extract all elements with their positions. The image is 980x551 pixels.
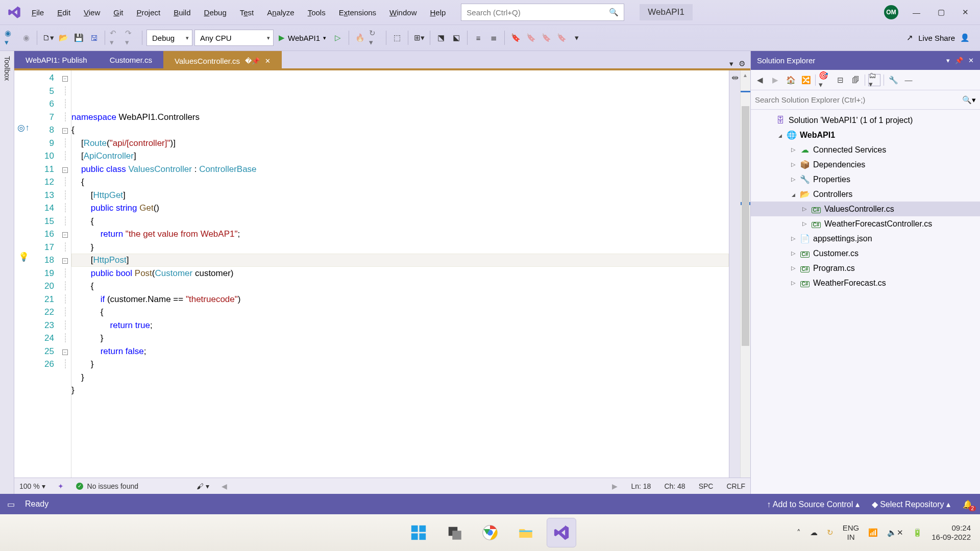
menu-build[interactable]: Build bbox=[167, 6, 197, 19]
save-all-icon[interactable]: 🖫 bbox=[87, 31, 101, 44]
visual-studio-icon[interactable] bbox=[547, 518, 576, 547]
config-dropdown[interactable]: Debug bbox=[146, 30, 192, 46]
clock[interactable]: 09:2416-09-2022 bbox=[932, 523, 971, 542]
vertical-scrollbar[interactable]: ▲ bbox=[740, 70, 750, 478]
menu-help[interactable]: Help bbox=[424, 6, 452, 19]
add-source-control[interactable]: ↑ Add to Source Control ▴ bbox=[767, 499, 859, 509]
tree-weathercontroller[interactable]: C#WeatherForecastController.cs bbox=[751, 216, 980, 231]
wifi-icon[interactable]: 📶 bbox=[868, 528, 878, 537]
overflow-icon[interactable]: ▾ bbox=[570, 31, 583, 44]
taskview-icon[interactable] bbox=[439, 518, 469, 547]
tree-appsettings[interactable]: 📄appsettings.json bbox=[751, 231, 980, 246]
select-repository[interactable]: ◆ Select Repository ▴ bbox=[872, 499, 950, 509]
new-project-icon[interactable]: 🗋▾ bbox=[41, 31, 55, 44]
tree-dependencies[interactable]: 📦Dependencies bbox=[751, 157, 980, 172]
se-search-input[interactable] bbox=[755, 95, 962, 104]
code-editor[interactable]: ◎↑ 💡 45678910111213141516171819202122232… bbox=[14, 68, 750, 478]
input-language[interactable]: ENGIN bbox=[843, 523, 860, 542]
notifications-icon[interactable]: 🔔2 bbox=[963, 499, 973, 509]
sync-icon[interactable]: ↻ bbox=[827, 528, 834, 537]
tree-solution[interactable]: 🗄Solution 'WebAPI1' (1 of 1 project) bbox=[751, 113, 980, 128]
se-home-icon[interactable]: 🏠 bbox=[785, 74, 797, 86]
quick-search[interactable]: 🔍 bbox=[461, 4, 624, 21]
hot-reload-icon[interactable]: 🔥 bbox=[353, 31, 366, 44]
comment-icon[interactable]: ≡ bbox=[472, 31, 485, 44]
live-share[interactable]: ↗ Live Share 👤 bbox=[906, 33, 976, 42]
account-avatar[interactable]: OM bbox=[884, 5, 898, 19]
file-explorer-icon[interactable] bbox=[511, 518, 541, 547]
se-filter-icon[interactable]: ⊟ bbox=[834, 74, 846, 86]
se-preview-icon[interactable]: — bbox=[902, 74, 915, 86]
brush-icon[interactable]: 🖌 ▾ bbox=[197, 482, 209, 490]
panel-dropdown-icon[interactable]: ▾ bbox=[946, 57, 950, 64]
split-editor-icon[interactable]: ⇹ bbox=[729, 70, 740, 478]
tree-project[interactable]: 🌐WebAPI1 bbox=[751, 128, 980, 142]
panel-close-icon[interactable]: ✕ bbox=[968, 57, 974, 64]
solution-explorer-header[interactable]: Solution Explorer ▾ 📌 ✕ bbox=[751, 51, 980, 70]
bookmark-prev-icon[interactable]: 🔖 bbox=[540, 31, 553, 44]
nav-back-icon[interactable]: ◉ ▾ bbox=[4, 31, 17, 44]
tab-settings-icon[interactable]: ⚙ bbox=[739, 59, 745, 68]
se-fwd-icon[interactable]: ▶ bbox=[769, 74, 781, 86]
volume-icon[interactable]: 🔈✕ bbox=[887, 528, 903, 537]
se-back-icon[interactable]: ◀ bbox=[754, 74, 766, 86]
solution-explorer-search[interactable]: 🔍▾ bbox=[751, 90, 980, 110]
uncomment-icon[interactable]: ≣ bbox=[487, 31, 500, 44]
line-ending[interactable]: CRLF bbox=[726, 482, 745, 490]
tab-close-icon[interactable]: ✕ bbox=[265, 57, 271, 65]
close-button[interactable]: ✕ bbox=[959, 5, 972, 20]
code-body[interactable]: namespace WebAPI1.Controllers{ [Route("a… bbox=[71, 70, 729, 478]
step-icon[interactable]: ⬕ bbox=[450, 31, 463, 44]
se-switch-icon[interactable]: 🔀 bbox=[800, 74, 812, 86]
tab-overflow-icon[interactable]: ▾ bbox=[729, 59, 733, 68]
open-file-icon[interactable]: 📂 bbox=[57, 31, 70, 44]
menu-test[interactable]: Test bbox=[234, 6, 260, 19]
browser-link-icon[interactable]: ⬚ bbox=[390, 31, 404, 44]
tab-valuescontroller[interactable]: ValuesController.cs �📌 ✕ bbox=[163, 51, 282, 68]
bookmark-next-icon[interactable]: 🔖 bbox=[524, 31, 537, 44]
menu-extensions[interactable]: Extensions bbox=[333, 6, 382, 19]
se-sync-icon[interactable]: 🎯▾ bbox=[819, 74, 831, 86]
menu-project[interactable]: Project bbox=[130, 6, 166, 19]
scroll-right-icon[interactable]: ▶ bbox=[612, 482, 618, 490]
quick-search-input[interactable] bbox=[467, 8, 609, 17]
nav-forward-icon[interactable]: ◉ bbox=[19, 31, 33, 44]
zoom-level[interactable]: 100 % ▾ bbox=[19, 482, 45, 490]
step-icon[interactable]: ⬔ bbox=[434, 31, 448, 44]
tree-weatherforecast[interactable]: C#WeatherForecast.cs bbox=[751, 276, 980, 290]
se-properties-icon[interactable]: 🔧 bbox=[887, 74, 899, 86]
indent-mode[interactable]: SPC bbox=[699, 482, 714, 490]
bookmark-clear-icon[interactable]: 🔖 bbox=[555, 31, 568, 44]
minimize-button[interactable]: — bbox=[910, 5, 923, 20]
menu-analyze[interactable]: Analyze bbox=[261, 6, 300, 19]
onedrive-icon[interactable]: ☁ bbox=[810, 528, 818, 537]
se-showall-icon[interactable]: 🗂▾ bbox=[868, 74, 880, 86]
tree-customer[interactable]: C#Customer.cs bbox=[751, 246, 980, 261]
menu-debug[interactable]: Debug bbox=[198, 6, 233, 19]
platform-dropdown[interactable]: Any CPU bbox=[194, 30, 274, 46]
find-in-files-icon[interactable]: ⊞▾ bbox=[412, 31, 426, 44]
output-icon[interactable]: ▭ bbox=[7, 499, 15, 509]
tab-publish[interactable]: WebAPI1: Publish bbox=[14, 51, 99, 68]
autohide-icon[interactable]: 📌 bbox=[955, 57, 963, 64]
tree-valuescontroller[interactable]: C#ValuesController.cs bbox=[751, 202, 980, 216]
maximize-button[interactable]: ▢ bbox=[935, 5, 948, 20]
tree-connected-services[interactable]: ☁Connected Services bbox=[751, 142, 980, 157]
tree-controllers[interactable]: 📂Controllers bbox=[751, 187, 980, 202]
chrome-icon[interactable] bbox=[475, 518, 505, 547]
menu-git[interactable]: Git bbox=[107, 6, 129, 19]
bookmark-icon[interactable]: 🔖 bbox=[509, 31, 522, 44]
menu-edit[interactable]: Edit bbox=[51, 6, 77, 19]
tree-properties[interactable]: 🔧Properties bbox=[751, 172, 980, 187]
menu-file[interactable]: File bbox=[26, 6, 50, 19]
redo-icon[interactable]: ↷ ▾ bbox=[125, 31, 138, 44]
issues-status[interactable]: ✓No issues found bbox=[76, 482, 138, 490]
feedback-icon[interactable]: 👤 bbox=[960, 33, 970, 42]
tree-program[interactable]: C#Program.cs bbox=[751, 261, 980, 276]
battery-icon[interactable]: 🔋 bbox=[913, 528, 922, 537]
fold-margin[interactable]: −┊┊┊−┊┊−┊┊┊┊−┊−┊┊┊┊┊┊−┊ bbox=[59, 70, 71, 478]
tray-chevron-icon[interactable]: ˄ bbox=[797, 528, 801, 537]
toolbox-panel-tab[interactable]: Toolbox bbox=[0, 51, 14, 494]
solution-tree[interactable]: 🗄Solution 'WebAPI1' (1 of 1 project) 🌐We… bbox=[751, 110, 980, 494]
menu-tools[interactable]: Tools bbox=[302, 6, 332, 19]
